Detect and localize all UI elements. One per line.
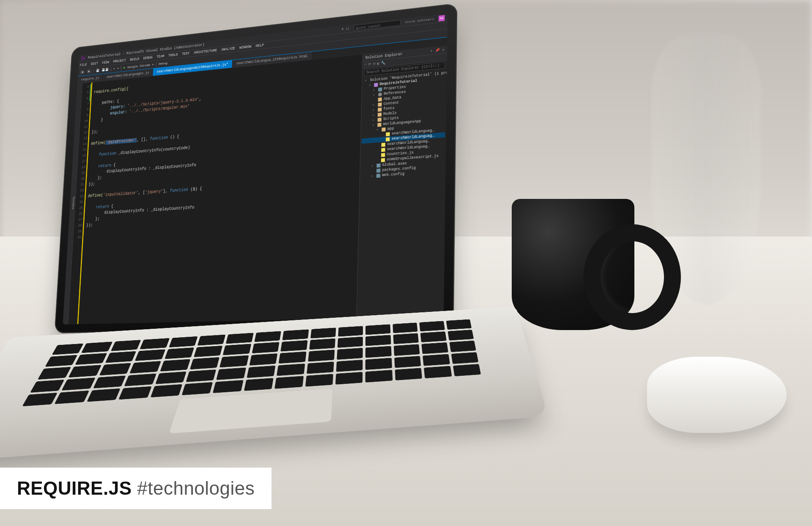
separator: [93, 69, 93, 73]
code-token: ],: [163, 189, 170, 193]
home-icon[interactable]: ⌂: [364, 62, 366, 67]
menu-view[interactable]: VIEW: [102, 61, 110, 65]
code-line: [91, 136, 92, 140]
save-icon[interactable]: 💾: [96, 69, 99, 72]
code-line: [91, 148, 91, 152]
config-selector[interactable]: Debug: [159, 61, 167, 66]
code-token: function: [99, 151, 117, 157]
code-line: });: [86, 223, 93, 228]
code-line: [88, 200, 88, 204]
menu-build[interactable]: BUILD: [130, 57, 139, 62]
menu-help[interactable]: HELP: [255, 43, 263, 48]
code-token: return: [96, 204, 109, 209]
menu-file[interactable]: FILE: [80, 63, 87, 67]
code-area[interactable]: require.config({ paths: { jquery: '../..…: [78, 55, 362, 324]
start-debug-button[interactable]: ▶: [123, 66, 126, 69]
user-name[interactable]: shiva adhikari: [405, 17, 434, 24]
code-line: [88, 188, 88, 193]
code-line: require.config({: [94, 87, 129, 94]
code-token: [87, 205, 96, 210]
caption-tag: #technologies: [137, 478, 255, 498]
computer-mouse: [647, 357, 787, 433]
code-editor[interactable]: 4567891011121314151617181920212223242526…: [68, 55, 362, 324]
solution-tree[interactable]: ▾Solution 'RequireJsTutorial' (1 proj▾Re…: [357, 69, 447, 318]
code-token: {: [109, 204, 113, 209]
code-token: ,: [199, 97, 202, 102]
visual-studio-window: RequireJsTutorial - Microsoft Visual Stu…: [63, 14, 447, 325]
code-line: };: [89, 176, 102, 181]
code-line: });: [88, 182, 95, 187]
code-token: () {: [168, 135, 179, 140]
menu-edit[interactable]: EDIT: [91, 62, 98, 66]
save-all-icon[interactable]: 💾💾: [102, 68, 109, 72]
code-token: , [: [138, 190, 145, 195]
laptop-lid: RequireJsTutorial - Microsoft Visual Stu…: [55, 3, 458, 333]
undo-icon[interactable]: ↶: [113, 67, 115, 71]
code-line: [90, 159, 90, 163]
menu-analyze[interactable]: ANALYZE: [221, 47, 235, 52]
code-token: {: [111, 163, 116, 168]
nav-forward-button[interactable]: ►: [87, 69, 91, 74]
separator: [121, 66, 121, 70]
trackpad: [168, 388, 333, 434]
code-line: });: [91, 130, 98, 135]
code-token: function: [150, 135, 168, 141]
code-token: , [],: [137, 137, 150, 143]
separator: [156, 62, 156, 66]
separator: [111, 67, 111, 72]
selected-text: 'dataProvider': [106, 138, 137, 145]
visual-studio-icon: [81, 56, 85, 61]
solution-explorer-panel[interactable]: Solution Explorer ▾ 📌 ✕ ⌂ ⟳ ⊟ ◧ 🔧: [356, 46, 447, 318]
refresh-icon[interactable]: ⟳: [368, 62, 371, 67]
code-token: function: [170, 187, 188, 193]
show-all-icon[interactable]: ◧: [377, 61, 379, 66]
code-token: [90, 153, 99, 158]
menu-test[interactable]: TEST: [182, 52, 190, 56]
properties-icon[interactable]: 🔧: [381, 61, 386, 66]
code-line: [93, 96, 94, 100]
redo-icon[interactable]: ↷: [117, 66, 119, 70]
menu-tools[interactable]: TOOLS: [168, 53, 178, 58]
code-token: 'inputValidator': [103, 191, 138, 198]
code-line: [92, 124, 92, 129]
scene: RequireJsTutorial - Microsoft Visual Stu…: [0, 0, 812, 526]
menu-project[interactable]: PROJECT: [113, 58, 126, 63]
coffee-mug: [512, 199, 634, 330]
laptop-screen: RequireJsTutorial - Microsoft Visual Stu…: [63, 14, 447, 325]
laptop: RequireJsTutorial - Microsoft Visual Stu…: [25, 25, 524, 470]
code-line: };: [86, 217, 99, 222]
collapse-icon[interactable]: ⊟: [373, 61, 376, 66]
menu-team[interactable]: TEAM: [156, 54, 164, 59]
code-token: ($) {: [188, 187, 202, 192]
image-caption: REQUIRE.JS #technologies: [0, 468, 272, 509]
user-avatar[interactable]: SA: [439, 15, 445, 21]
code-token: define(: [91, 140, 106, 146]
caption-title: REQUIRE.JS: [17, 478, 132, 498]
code-line: }: [92, 118, 103, 123]
editor-body: Toolbox 45678910111213141516171819202122…: [63, 46, 447, 324]
code-token: return: [98, 163, 111, 168]
browser-selector[interactable]: Google Chrome ▾: [127, 63, 154, 69]
code-token: [90, 164, 99, 169]
menu-debug[interactable]: DEBUG: [143, 55, 153, 60]
menu-window[interactable]: WINDOW: [239, 45, 252, 50]
code-token: _displayCountryInfo(countryCode): [116, 146, 190, 156]
notification-badge[interactable]: ▼ 11: [342, 27, 350, 31]
pin-icon[interactable]: ▾ 📌 ✕: [431, 47, 444, 53]
code-token: define(: [88, 193, 103, 198]
code-token: 'jquery': [145, 189, 163, 195]
nav-back-button[interactable]: ◄: [80, 70, 85, 74]
